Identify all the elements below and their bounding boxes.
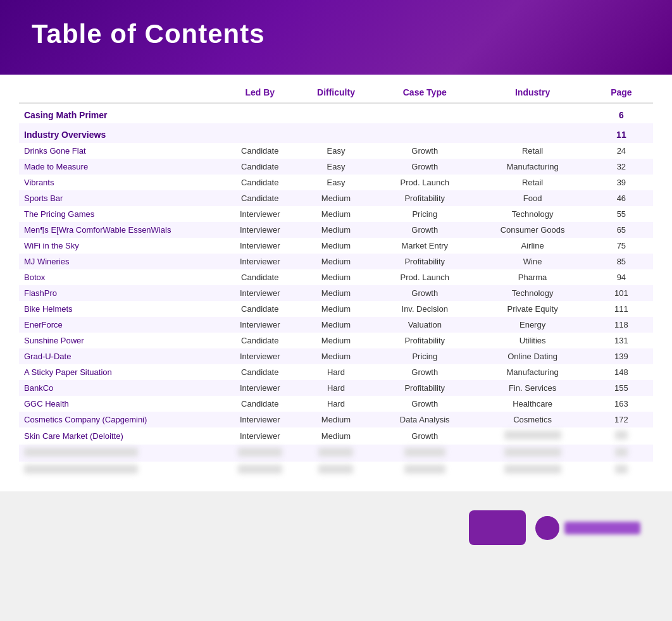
row-name: Made to Measure <box>19 159 222 175</box>
row-led-by: Candidate <box>222 269 298 285</box>
col-case-type: Case Type <box>374 81 475 103</box>
row-name: Sunshine Power <box>19 333 222 348</box>
row-difficulty: Medium <box>298 206 374 222</box>
logo-area <box>469 510 640 545</box>
row-industry: Technology <box>475 285 589 301</box>
row-case-type: Prod. Launch <box>374 175 475 190</box>
row-industry: Wine <box>475 254 589 269</box>
row-industry: Online Dating <box>475 348 589 364</box>
row-name: FlashPro <box>19 285 222 301</box>
row-led-by: Interviewer <box>222 285 298 301</box>
row-case-type <box>374 462 475 479</box>
row-difficulty: Medium <box>298 238 374 254</box>
row-page: 94 <box>590 269 653 285</box>
row-led-by: Interviewer <box>222 238 298 254</box>
row-page: 6 <box>590 103 653 123</box>
row-led-by: Interviewer <box>222 412 298 427</box>
row-difficulty: Medium <box>298 269 374 285</box>
row-led-by: Candidate <box>222 364 298 380</box>
row-name: Grad-U-Date <box>19 348 222 364</box>
table-row: WiFi in the Sky Interviewer Medium Marke… <box>19 238 653 254</box>
logo-circle <box>535 516 559 540</box>
row-page: 11 <box>590 123 653 143</box>
row-page: 85 <box>590 254 653 269</box>
table-row: The Pricing Games Interviewer Medium Pri… <box>19 206 653 222</box>
row-difficulty: Medium <box>298 254 374 269</box>
row-industry: Technology <box>475 206 589 222</box>
row-difficulty: Medium <box>298 348 374 364</box>
row-case-type: Growth <box>374 396 475 412</box>
row-page: 148 <box>590 364 653 380</box>
row-page: 75 <box>590 238 653 254</box>
row-industry: Private Equity <box>475 301 589 317</box>
row-difficulty: Hard <box>298 364 374 380</box>
table-row <box>19 462 653 479</box>
row-difficulty <box>298 462 374 479</box>
table-row: BankCo Interviewer Hard Profitability Fi… <box>19 380 653 396</box>
row-industry: Energy <box>475 317 589 333</box>
row-name: Casing Math Primer <box>19 103 590 123</box>
col-page: Page <box>590 81 653 103</box>
row-industry: Healthcare <box>475 396 589 412</box>
row-name: EnerForce <box>19 317 222 333</box>
row-difficulty: Medium <box>298 285 374 301</box>
table-row: Cosmetics Company (Capgemini) Interviewe… <box>19 412 653 427</box>
table-container: Led By Difficulty Case Type Industry Pag… <box>0 75 672 491</box>
row-name <box>19 462 222 479</box>
row-name: WiFi in the Sky <box>19 238 222 254</box>
row-case-type: Pricing <box>374 206 475 222</box>
row-led-by: Interviewer <box>222 254 298 269</box>
row-name: Vibrants <box>19 175 222 190</box>
table-row: Made to Measure Candidate Easy Growth Ma… <box>19 159 653 175</box>
row-industry: Consumer Goods <box>475 222 589 238</box>
row-page: 139 <box>590 348 653 364</box>
row-industry: Manufacturing <box>475 364 589 380</box>
row-case-type: Valuation <box>374 317 475 333</box>
table-row: Drinks Gone Flat Candidate Easy Growth R… <box>19 143 653 159</box>
table-row: GGC Health Candidate Hard Growth Healthc… <box>19 396 653 412</box>
row-difficulty: Medium <box>298 427 374 445</box>
row-led-by: Interviewer <box>222 317 298 333</box>
table-row: Sunshine Power Candidate Medium Profitab… <box>19 333 653 348</box>
row-page: 24 <box>590 143 653 159</box>
row-page: 46 <box>590 190 653 206</box>
toc-table: Led By Difficulty Case Type Industry Pag… <box>19 81 653 479</box>
row-case-type: Growth <box>374 143 475 159</box>
row-led-by: Candidate <box>222 301 298 317</box>
row-difficulty: Medium <box>298 412 374 427</box>
row-difficulty: Medium <box>298 190 374 206</box>
row-name: Industry Overviews <box>19 123 590 143</box>
table-row: Skin Care Market (Deloitte) Interviewer … <box>19 427 653 445</box>
row-case-type: Profitability <box>374 254 475 269</box>
table-row: A Sticky Paper Situation Candidate Hard … <box>19 364 653 380</box>
row-led-by: Candidate <box>222 175 298 190</box>
col-difficulty: Difficulty <box>298 81 374 103</box>
row-industry: Fin. Services <box>475 380 589 396</box>
row-page: 172 <box>590 412 653 427</box>
row-case-type: Profitability <box>374 333 475 348</box>
row-led-by: Interviewer <box>222 222 298 238</box>
row-led-by: Interviewer <box>222 380 298 396</box>
row-page: 131 <box>590 333 653 348</box>
row-page <box>590 445 653 462</box>
row-case-type: Prod. Launch <box>374 269 475 285</box>
row-case-type: Market Entry <box>374 238 475 254</box>
row-case-type: Profitability <box>374 380 475 396</box>
row-case-type: Growth <box>374 364 475 380</box>
row-name: GGC Health <box>19 396 222 412</box>
row-name: Botox <box>19 269 222 285</box>
row-led-by: Candidate <box>222 333 298 348</box>
row-page: 65 <box>590 222 653 238</box>
row-industry <box>475 445 589 462</box>
row-name <box>19 445 222 462</box>
row-led-by: Candidate <box>222 190 298 206</box>
table-header-row: Led By Difficulty Case Type Industry Pag… <box>19 81 653 103</box>
table-row: FlashPro Interviewer Medium Growth Techn… <box>19 285 653 301</box>
row-difficulty: Medium <box>298 301 374 317</box>
row-led-by: Candidate <box>222 143 298 159</box>
col-led-by: Led By <box>222 81 298 103</box>
footer <box>0 491 672 564</box>
row-difficulty <box>298 445 374 462</box>
row-led-by: Interviewer <box>222 348 298 364</box>
row-page <box>590 462 653 479</box>
